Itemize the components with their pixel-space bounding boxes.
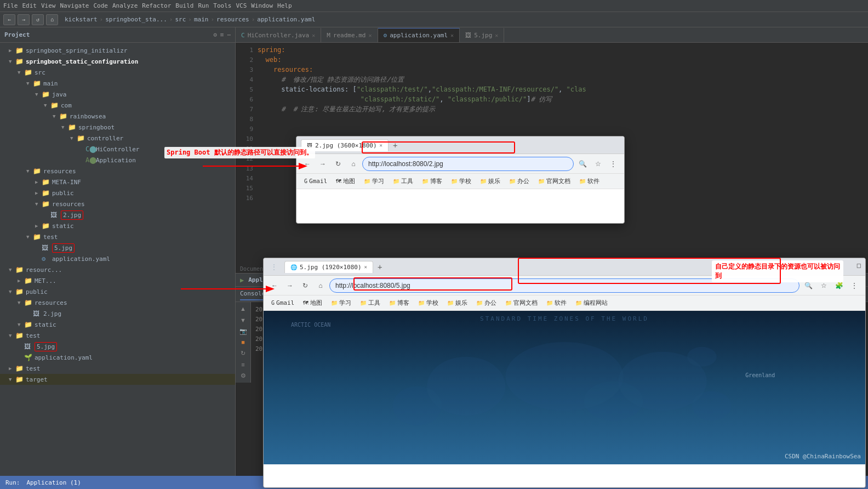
- menu-navigate[interactable]: Navigate: [60, 2, 89, 9]
- browser-tab-2[interactable]: 🌐 5.jpg (1920×1080) ✕: [284, 261, 373, 273]
- browser-menu-open-2[interactable]: ⋮: [268, 261, 280, 273]
- browser-forward-1[interactable]: →: [316, 157, 329, 170]
- tree-item-springboot[interactable]: ▼ 📁 springboot: [0, 122, 235, 133]
- browser-star-1[interactable]: ☆: [591, 157, 604, 170]
- maximize-btn-2[interactable]: □: [857, 261, 861, 269]
- tree-item-rainbowsea[interactable]: ▼ 📁 rainbowsea: [0, 111, 235, 122]
- tree-item-public-main[interactable]: ▼ 📁 public: [0, 286, 235, 297]
- refresh-button[interactable]: ↺: [32, 14, 44, 25]
- tree-item-yaml-main[interactable]: 🌱 application.yaml: [0, 352, 235, 363]
- browser-window-1[interactable]: 🖼 2.jpg (3600×1800) ✕ + ← → ↻ ⌂ 🔍 ☆ ⋮ GG…: [296, 136, 625, 224]
- bookmark-school-1[interactable]: 📁学校: [448, 176, 475, 186]
- tree-item-resources-pub[interactable]: ▼ 📁 resources: [0, 297, 235, 308]
- run-filter-btn[interactable]: ≡: [238, 360, 249, 369]
- bookmark-docs-1[interactable]: 📁官网文档: [535, 176, 574, 186]
- bookmark-docs-2[interactable]: 📁官网文档: [502, 298, 541, 308]
- new-tab-btn-1[interactable]: +: [393, 141, 397, 150]
- tree-item-met[interactable]: ▶ 📁 MET...: [0, 275, 235, 286]
- tab-close-hicontroller[interactable]: ✕: [312, 32, 315, 38]
- browser-back-1[interactable]: ←: [301, 157, 314, 170]
- run-camera-btn[interactable]: 📷: [238, 327, 249, 336]
- url-bar-1[interactable]: [362, 157, 574, 171]
- breadcrumb-main[interactable]: main: [194, 16, 209, 23]
- bookmark-work-1[interactable]: 📁办公: [506, 176, 533, 186]
- menu-vcs[interactable]: VCS: [236, 2, 247, 9]
- new-tab-btn-2[interactable]: +: [378, 263, 382, 271]
- breadcrumb-kickstart[interactable]: kickstart: [65, 16, 98, 23]
- tree-item-hicontroller[interactable]: C⬤ HiController: [0, 144, 235, 155]
- tree-item-test-root[interactable]: ▶ 📁 test: [0, 363, 235, 374]
- project-settings-icon[interactable]: ⚙: [213, 31, 217, 38]
- bookmark-software-2[interactable]: 📁软件: [543, 298, 570, 308]
- tab-hicontroller[interactable]: C HiController.java ✕: [236, 28, 321, 42]
- browser-menu-1[interactable]: ⋮: [607, 157, 620, 170]
- tree-item-resources-folder[interactable]: ▼ 📁 resources: [0, 166, 235, 177]
- browser-window-2[interactable]: ⋮ 🌐 5.jpg (1920×1080) ✕ + 自己定义的静态目录下的资源也…: [263, 258, 866, 488]
- bookmark-study-1[interactable]: 📁学习: [361, 176, 387, 186]
- bookmark-entertain-2[interactable]: 📁娱乐: [444, 298, 471, 308]
- tree-item-target[interactable]: ▼ 📁 target: [0, 374, 235, 385]
- tree-item-test-main[interactable]: ▼ 📁 test: [0, 330, 235, 341]
- browser-back-2[interactable]: ←: [268, 279, 281, 292]
- menu-code[interactable]: Code: [93, 2, 108, 9]
- tree-item-main[interactable]: ▼ 📁 main: [0, 78, 235, 89]
- menu-analyze[interactable]: Analyze: [112, 2, 138, 9]
- project-more-icon[interactable]: ⋯: [227, 31, 231, 38]
- menu-help[interactable]: Help: [277, 2, 292, 9]
- tree-item-java[interactable]: ▼ 📁 java: [0, 89, 235, 100]
- browser-home-1[interactable]: ⌂: [347, 157, 360, 170]
- menu-run[interactable]: Run: [198, 2, 209, 9]
- tree-item-com[interactable]: ▼ 📁 com: [0, 100, 235, 111]
- menu-tools[interactable]: Tools: [213, 2, 231, 9]
- menu-build[interactable]: Build: [175, 2, 193, 9]
- tree-item-static-pub[interactable]: ▼ 📁 static: [0, 319, 235, 330]
- tree-item-2jpg[interactable]: 🖼 2.jpg: [0, 209, 235, 220]
- bookmark-map-1[interactable]: 🗺地图: [333, 176, 358, 186]
- tree-item-static[interactable]: ▶ 📁 static: [0, 220, 235, 231]
- tree-item-public[interactable]: ▶ 📁 public: [0, 187, 235, 198]
- tab-close-5jpg[interactable]: ✕: [495, 32, 498, 38]
- tab-close-yaml[interactable]: ✕: [450, 32, 454, 38]
- run-up-btn[interactable]: ▲: [238, 304, 249, 313]
- browser-tab-1[interactable]: 🖼 2.jpg (3600×1800) ✕: [301, 139, 389, 151]
- bookmark-blog-2[interactable]: 📁博客: [386, 298, 413, 308]
- url-bar-2[interactable]: [329, 278, 800, 293]
- browser-forward-2[interactable]: →: [283, 279, 296, 292]
- tree-item-5jpg[interactable]: 🖼 5.jpg: [0, 242, 235, 253]
- browser-menu-2[interactable]: ⋮: [848, 279, 861, 292]
- run-down-btn[interactable]: ▼: [238, 315, 249, 324]
- bookmark-work-2[interactable]: 📁办公: [473, 298, 500, 308]
- project-collapse-icon[interactable]: ≡: [220, 31, 224, 38]
- back-button[interactable]: ←: [3, 14, 15, 25]
- bookmark-coding-2[interactable]: 📁编程网站: [572, 298, 611, 308]
- breadcrumb-resources[interactable]: resources: [216, 16, 249, 23]
- browser-refresh-2[interactable]: ↻: [299, 279, 312, 292]
- console-tab[interactable]: Console: [240, 288, 265, 300]
- home-button[interactable]: ⌂: [46, 14, 58, 25]
- bookmark-entertain-1[interactable]: 📁娱乐: [477, 176, 504, 186]
- browser-tab-close-2[interactable]: ✕: [364, 264, 367, 270]
- tree-item-springboot-spring[interactable]: ▶ 📁 springboot_spring_initializr: [0, 45, 235, 56]
- tree-item-resources-sub[interactable]: ▼ 📁 resources: [0, 198, 235, 209]
- tree-item-metainf[interactable]: ▶ 📁 META-INF: [0, 177, 235, 187]
- tree-item-resources-main[interactable]: ▼ 📁 resourc...: [0, 264, 235, 275]
- browser-zoom-1[interactable]: 🔍: [576, 157, 589, 170]
- tab-application-yaml[interactable]: ⚙ application.yaml ✕: [378, 28, 460, 42]
- browser-ext-2[interactable]: 🧩: [832, 279, 846, 292]
- menu-window[interactable]: Window: [251, 2, 273, 9]
- tree-item-5jpg-main[interactable]: 🖼 5.jpg: [0, 341, 235, 352]
- tree-item-test-folder[interactable]: ▼ 📁 test: [0, 231, 235, 242]
- menu-file[interactable]: File: [3, 2, 18, 9]
- browser-star-2[interactable]: ☆: [817, 279, 830, 292]
- menu-view[interactable]: View: [41, 2, 56, 9]
- tab-close-readme[interactable]: ✕: [368, 32, 372, 38]
- bookmark-blog-1[interactable]: 📁博客: [419, 176, 446, 186]
- run-stop-btn[interactable]: ■: [238, 338, 249, 346]
- tree-item-2jpg-pub[interactable]: 🖼 2.jpg: [0, 308, 235, 319]
- bookmark-school-2[interactable]: 📁学校: [415, 298, 442, 308]
- tab-5jpg[interactable]: 🖼 5.jpg ✕: [460, 28, 504, 42]
- browser-tab-close-1[interactable]: ✕: [380, 143, 382, 148]
- bookmark-tools-2[interactable]: 📁工具: [357, 298, 384, 308]
- tree-item-application-yaml[interactable]: ⚙ application.yaml: [0, 253, 235, 264]
- run-reload-btn[interactable]: ↻: [238, 349, 249, 358]
